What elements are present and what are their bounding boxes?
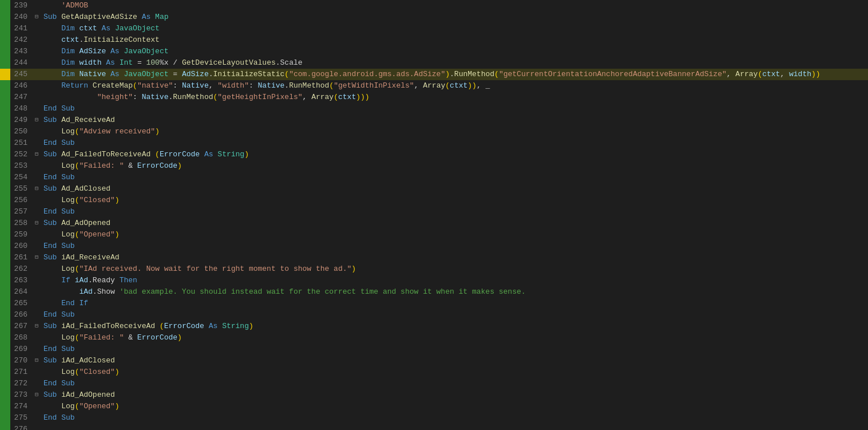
fold-267[interactable]: ⊟ bbox=[32, 321, 41, 332]
line-number-251: 251 bbox=[10, 137, 32, 149]
code-content-248: End Sub bbox=[41, 103, 868, 115]
fold-257[interactable] bbox=[32, 206, 41, 218]
code-content-266: End Sub bbox=[41, 309, 868, 321]
code-content-252: Sub Ad_FailedToReceiveAd (ErrorCode As S… bbox=[41, 149, 868, 160]
gutter-251 bbox=[0, 137, 10, 149]
fold-259[interactable] bbox=[32, 229, 41, 240]
fold-263[interactable] bbox=[32, 275, 41, 286]
fold-256[interactable] bbox=[32, 195, 41, 206]
fold-270[interactable]: ⊟ bbox=[32, 355, 41, 366]
gutter-267 bbox=[0, 321, 10, 332]
code-content-257: End Sub bbox=[41, 206, 868, 218]
code-line: 261 ⊟ Sub iAd_ReceiveAd bbox=[0, 252, 868, 263]
fold-241[interactable] bbox=[32, 23, 41, 34]
fold-244[interactable] bbox=[32, 57, 41, 69]
code-line: 248 End Sub bbox=[0, 103, 868, 115]
gutter-249 bbox=[0, 115, 10, 126]
fold-273[interactable]: ⊟ bbox=[32, 389, 41, 401]
gutter-240 bbox=[0, 11, 10, 23]
gutter-269 bbox=[0, 344, 10, 355]
code-line: 275 End Sub bbox=[0, 412, 868, 424]
fold-242[interactable] bbox=[32, 34, 41, 46]
code-line: 274 Log("Opened") bbox=[0, 401, 868, 412]
line-number-269: 269 bbox=[10, 344, 32, 355]
line-number-275: 275 bbox=[10, 412, 32, 424]
fold-261[interactable]: ⊟ bbox=[32, 252, 41, 263]
fold-253[interactable] bbox=[32, 160, 41, 172]
fold-262[interactable] bbox=[32, 263, 41, 275]
fold-274[interactable] bbox=[32, 401, 41, 412]
code-line: 242 ctxt.InitializeContext bbox=[0, 34, 868, 46]
gutter-270 bbox=[0, 355, 10, 366]
line-number-246: 246 bbox=[10, 80, 32, 92]
code-line: 244 Dim width As Int = 100%x / GetDevice… bbox=[0, 57, 868, 69]
line-number-261: 261 bbox=[10, 252, 32, 263]
fold-258[interactable]: ⊟ bbox=[32, 218, 41, 229]
fold-254[interactable] bbox=[32, 172, 41, 183]
code-content-254: End Sub bbox=[41, 172, 868, 183]
fold-252[interactable]: ⊟ bbox=[32, 149, 41, 160]
line-number-248: 248 bbox=[10, 103, 32, 115]
fold-266[interactable] bbox=[32, 309, 41, 321]
gutter-273 bbox=[0, 389, 10, 401]
code-content-273: Sub iAd_AdOpened bbox=[41, 389, 868, 401]
code-line: 264 iAd.Show 'bad example. You should in… bbox=[0, 286, 868, 298]
code-content-255: Sub Ad_AdClosed bbox=[41, 183, 868, 195]
gutter-275 bbox=[0, 412, 10, 424]
code-line: 265 End If bbox=[0, 298, 868, 309]
gutter-262 bbox=[0, 263, 10, 275]
fold-272[interactable] bbox=[32, 378, 41, 389]
code-line: 256 Log("Closed") bbox=[0, 195, 868, 206]
fold-276[interactable] bbox=[32, 424, 41, 430]
code-content-253: Log("Failed: " & ErrorCode) bbox=[41, 160, 868, 172]
code-content-269: End Sub bbox=[41, 344, 868, 355]
code-content-267: Sub iAd_FailedToReceiveAd (ErrorCode As … bbox=[41, 321, 868, 332]
code-content-264: iAd.Show 'bad example. You should instea… bbox=[41, 286, 868, 298]
code-content-241: Dim ctxt As JavaObject bbox=[41, 23, 868, 34]
code-line: 258 ⊟ Sub Ad_AdOpened bbox=[0, 218, 868, 229]
gutter-243 bbox=[0, 46, 10, 57]
fold-246[interactable] bbox=[32, 80, 41, 92]
code-line: 266 End Sub bbox=[0, 309, 868, 321]
fold-240[interactable]: ⊟ bbox=[32, 11, 41, 23]
gutter-271 bbox=[0, 366, 10, 378]
code-line: 260 End Sub bbox=[0, 240, 868, 252]
line-number-245: 245 bbox=[10, 69, 32, 80]
line-number-265: 265 bbox=[10, 298, 32, 309]
gutter-252 bbox=[0, 149, 10, 160]
fold-239[interactable] bbox=[32, 0, 41, 11]
code-line: 250 Log("Adview received") bbox=[0, 126, 868, 137]
line-number-256: 256 bbox=[10, 195, 32, 206]
fold-243[interactable] bbox=[32, 46, 41, 57]
fold-271[interactable] bbox=[32, 366, 41, 378]
line-number-268: 268 bbox=[10, 332, 32, 344]
fold-275[interactable] bbox=[32, 412, 41, 424]
line-number-253: 253 bbox=[10, 160, 32, 172]
gutter-248 bbox=[0, 103, 10, 115]
fold-269[interactable] bbox=[32, 344, 41, 355]
code-line: 268 Log("Failed: " & ErrorCode) bbox=[0, 332, 868, 344]
fold-245[interactable] bbox=[32, 69, 41, 80]
line-number-274: 274 bbox=[10, 401, 32, 412]
fold-265[interactable] bbox=[32, 298, 41, 309]
code-content-245: Dim Native As JavaObject = AdSize.Initia… bbox=[41, 69, 868, 80]
fold-251[interactable] bbox=[32, 137, 41, 149]
fold-260[interactable] bbox=[32, 240, 41, 252]
gutter-247 bbox=[0, 92, 10, 103]
fold-247[interactable] bbox=[32, 92, 41, 103]
gutter-250 bbox=[0, 126, 10, 137]
fold-255[interactable]: ⊟ bbox=[32, 183, 41, 195]
fold-250[interactable] bbox=[32, 126, 41, 137]
code-line: 240 ⊟ Sub GetAdaptiveAdSize As Map bbox=[0, 11, 868, 23]
fold-264[interactable] bbox=[32, 286, 41, 298]
gutter-242 bbox=[0, 34, 10, 46]
fold-268[interactable] bbox=[32, 332, 41, 344]
fold-249[interactable]: ⊟ bbox=[32, 115, 41, 126]
gutter-260 bbox=[0, 240, 10, 252]
line-number-258: 258 bbox=[10, 218, 32, 229]
line-number-242: 242 bbox=[10, 34, 32, 46]
line-number-270: 270 bbox=[10, 355, 32, 366]
fold-248[interactable] bbox=[32, 103, 41, 115]
code-content-250: Log("Adview received") bbox=[41, 126, 868, 137]
line-number-257: 257 bbox=[10, 206, 32, 218]
